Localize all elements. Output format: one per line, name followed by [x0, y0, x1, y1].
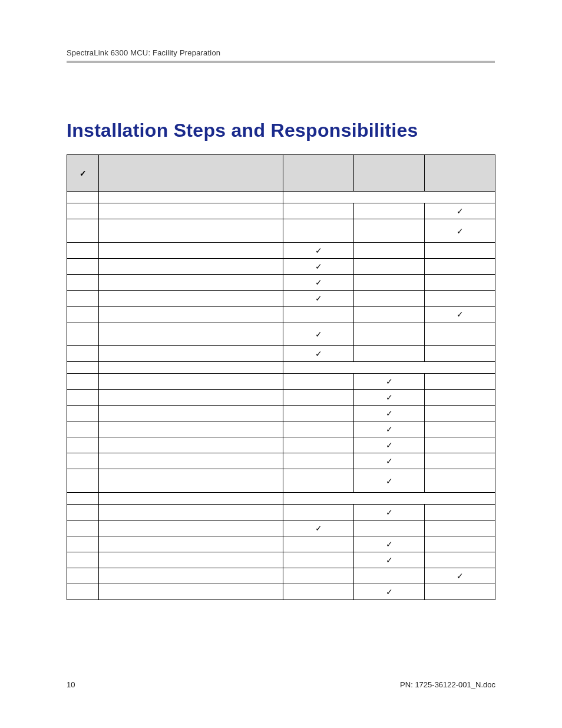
- checkbox-cell: [67, 219, 99, 243]
- check-cell-a: [283, 421, 354, 437]
- check-cell-c: [425, 584, 495, 600]
- check-cell-c: [425, 521, 495, 536]
- table-row: ✓: [67, 536, 495, 552]
- check-cell-a: ✓: [283, 346, 354, 362]
- check-cell-a: [283, 552, 354, 568]
- table-row: ✓: [67, 259, 495, 275]
- step-cell: [99, 322, 283, 346]
- step-cell: [99, 505, 283, 521]
- checkbox-cell: [67, 390, 99, 406]
- check-cell-c: [425, 505, 495, 521]
- step-cell: [99, 536, 283, 552]
- step-cell: [99, 493, 283, 505]
- check-cell-a: ✓: [283, 291, 354, 307]
- th-col-b: [354, 155, 425, 192]
- checkbox-cell: [67, 362, 99, 374]
- check-cell-c: [425, 469, 495, 493]
- checkbox-cell: [67, 322, 99, 346]
- check-cell-a: [283, 568, 354, 584]
- check-cell-b: ✓: [354, 584, 425, 600]
- step-cell: [99, 275, 283, 291]
- check-cell-a: [283, 505, 354, 521]
- check-cell-b: ✓: [354, 406, 425, 421]
- table-row: ✓: [67, 552, 495, 568]
- th-col-a: [283, 155, 354, 192]
- table-body: ✓✓✓✓✓✓✓✓✓✓✓✓✓✓✓✓✓✓✓✓✓✓: [67, 192, 495, 600]
- check-cell-c: [425, 552, 495, 568]
- checkbox-cell: [67, 374, 99, 390]
- check-cell-c: [425, 374, 495, 390]
- checkbox-cell: [67, 203, 99, 219]
- checkbox-cell: [67, 505, 99, 521]
- check-cell-a: ✓: [283, 322, 354, 346]
- checkbox-cell: [67, 521, 99, 536]
- table-row: ✓: [67, 275, 495, 291]
- checkbox-cell: [67, 346, 99, 362]
- check-cell-c: [425, 437, 495, 453]
- check-cell-c: [425, 322, 495, 346]
- check-cell-c: [425, 390, 495, 406]
- check-cell-b: [354, 346, 425, 362]
- check-cell-a: [283, 374, 354, 390]
- check-cell-b: [354, 568, 425, 584]
- check-cell-c: [425, 259, 495, 275]
- table-header: ✓: [67, 155, 495, 192]
- checkbox-cell: [67, 453, 99, 469]
- th-check: ✓: [67, 155, 99, 192]
- table-row: ✓: [67, 322, 495, 346]
- table-row: ✓: [67, 346, 495, 362]
- check-cell-c: ✓: [425, 219, 495, 243]
- check-cell-b: ✓: [354, 453, 425, 469]
- checkbox-cell: [67, 192, 99, 203]
- table-row: ✓: [67, 437, 495, 453]
- checkbox-cell: [67, 291, 99, 307]
- check-cell-b: [354, 307, 425, 322]
- checkbox-cell: [67, 584, 99, 600]
- check-cell-a: [283, 437, 354, 453]
- check-cell-a: ✓: [283, 275, 354, 291]
- step-cell: [99, 406, 283, 421]
- step-cell: [99, 362, 283, 374]
- table-row: [67, 493, 495, 505]
- table-row: [67, 362, 495, 374]
- check-cell-b: ✓: [354, 374, 425, 390]
- checkbox-cell: [67, 437, 99, 453]
- document-page: SpectraLink 6300 MCU: Facility Preparati…: [0, 0, 562, 600]
- check-cell-a: ✓: [283, 243, 354, 259]
- running-header: SpectraLink 6300 MCU: Facility Preparati…: [67, 48, 495, 61]
- checkbox-cell: [67, 421, 99, 437]
- table-row: ✓: [67, 406, 495, 421]
- step-cell: [99, 374, 283, 390]
- step-cell: [99, 243, 283, 259]
- step-cell: [99, 259, 283, 275]
- step-cell: [99, 192, 283, 203]
- table-row: ✓: [67, 374, 495, 390]
- check-cell-a: [283, 453, 354, 469]
- check-cell-b: ✓: [354, 421, 425, 437]
- table-row: ✓: [67, 203, 495, 219]
- table-row: ✓: [67, 505, 495, 521]
- step-cell: [99, 521, 283, 536]
- check-cell-c: [425, 536, 495, 552]
- table-row: ✓: [67, 243, 495, 259]
- table-row: ✓: [67, 453, 495, 469]
- page-number: 10: [67, 680, 75, 689]
- check-cell-c: [425, 291, 495, 307]
- checkbox-cell: [67, 552, 99, 568]
- check-cell-b: ✓: [354, 469, 425, 493]
- checkbox-cell: [67, 568, 99, 584]
- check-cell-c: [425, 275, 495, 291]
- check-cell-b: ✓: [354, 437, 425, 453]
- check-cell-c: [425, 453, 495, 469]
- check-cell-b: [354, 322, 425, 346]
- responsibilities-table: ✓ ✓✓✓✓✓✓✓✓✓✓✓✓✓✓✓✓✓✓✓✓✓✓: [67, 154, 495, 600]
- checkbox-cell: [67, 275, 99, 291]
- step-cell: [99, 584, 283, 600]
- check-cell-a: [283, 307, 354, 322]
- table-row: ✓: [67, 568, 495, 584]
- step-cell: [99, 291, 283, 307]
- check-cell-a: [283, 469, 354, 493]
- step-cell: [99, 437, 283, 453]
- check-cell-b: [354, 521, 425, 536]
- page-footer: 10 PN: 1725-36122-001_N.doc: [67, 680, 495, 689]
